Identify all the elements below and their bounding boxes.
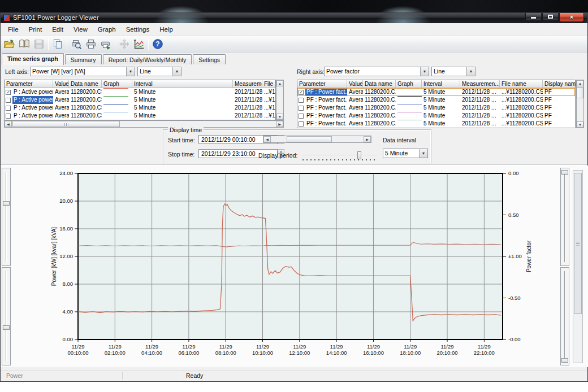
table-row[interactable]: PF : Power fact...Avera...11280200.C...5… (297, 104, 575, 112)
scroll-left-icon[interactable]: ◀ (5, 121, 12, 127)
parameter-cell[interactable]: P : Active power (5, 104, 53, 112)
left-axis-combo[interactable]: Power [W] [var] [VA] ▼ (30, 67, 135, 76)
time-range-thumb[interactable] (287, 136, 332, 142)
slider-thumb[interactable] (561, 358, 568, 363)
parameter-cell[interactable]: P : Active power (5, 96, 53, 104)
row-checkbox[interactable] (6, 98, 11, 103)
tab-time-series-graph[interactable]: Time series graph (2, 53, 64, 65)
row-checkbox[interactable] (299, 114, 304, 119)
table-row[interactable]: P : Active powerAvera...11280200.CSV5 Mi… (5, 112, 275, 120)
copy-button[interactable] (50, 37, 65, 51)
menu-settings[interactable]: Settings (121, 25, 155, 34)
vscroll-thumb[interactable] (574, 173, 582, 314)
row-checkbox[interactable] (299, 121, 304, 127)
table-row[interactable]: P : Active powerAvera...11280200.CSV5 Mi… (5, 104, 275, 112)
chevron-down-icon[interactable]: ▼ (172, 67, 181, 76)
table-row[interactable]: ✓P : Active powerAvera...11280200.CSV5 M… (5, 88, 275, 96)
chevron-down-icon[interactable]: ▼ (126, 67, 135, 76)
menu-print[interactable]: Print (24, 25, 47, 34)
display-period-thumb[interactable] (357, 151, 361, 159)
graph-button[interactable] (132, 37, 146, 51)
row-checkbox[interactable] (299, 98, 304, 103)
left-table-vscrollbar[interactable]: ▲ ▼ (276, 80, 284, 120)
right-axis-combo[interactable]: Power factor ▼ (324, 67, 429, 76)
right-table-vscrollbar[interactable]: ▲ ▼ (576, 80, 584, 128)
right-style-combo[interactable]: Line ▼ (431, 67, 475, 76)
column-header[interactable]: Graph (102, 80, 132, 88)
tab-settings[interactable]: Settings (193, 54, 226, 64)
parameter-cell[interactable]: ✓PF : Power fact... (297, 88, 347, 96)
row-checkbox[interactable] (6, 106, 11, 111)
chart-vscrollbar[interactable] (573, 170, 583, 363)
table-row[interactable]: P : Active powerAvera...11280200.CSV5 Mi… (5, 96, 275, 104)
column-header[interactable]: File n... (262, 80, 275, 88)
hscroll-thumb[interactable] (12, 121, 120, 127)
left-style-combo[interactable]: Line ▼ (137, 67, 181, 76)
data-interval-combo[interactable]: 5 Minute ▼ (383, 149, 428, 158)
parameter-cell[interactable]: PF : Power fact... (297, 112, 347, 120)
row-checkbox[interactable]: ✓ (299, 90, 304, 95)
column-header[interactable]: Display name (543, 80, 576, 88)
row-checkbox[interactable] (299, 106, 304, 111)
column-header[interactable]: Data name (363, 80, 396, 88)
column-header[interactable]: Value (53, 80, 69, 88)
parameter-cell[interactable]: PF : Power fact... (297, 104, 347, 112)
column-header[interactable]: Measuremen... (460, 80, 500, 88)
scroll-left-icon[interactable]: ◀ (263, 136, 271, 142)
column-header[interactable]: Interval (132, 80, 233, 88)
menu-help[interactable]: Help (154, 25, 178, 34)
right-axis-lower-slider[interactable] (560, 267, 569, 365)
open-folder-button[interactable] (2, 37, 17, 51)
time-range-scrollbar[interactable]: ◀ ▶ (263, 136, 371, 143)
tab-report-daily-weekly-monthly[interactable]: Report: Daily/Weekly/Monthly (103, 54, 192, 64)
menu-view[interactable]: View (68, 25, 93, 34)
chevron-down-icon[interactable]: ▼ (419, 149, 427, 158)
column-header[interactable]: Parameter (5, 80, 53, 88)
scroll-down-icon[interactable]: ▼ (577, 121, 583, 128)
slider-thumb[interactable] (3, 201, 10, 206)
display-period-slider[interactable] (302, 155, 377, 156)
print-preview-button[interactable] (69, 37, 84, 51)
title-bar[interactable]: SF1001 Power Logger Viewer × (1, 13, 587, 23)
column-header[interactable]: Interval (422, 80, 460, 88)
chevron-down-icon[interactable]: ▼ (466, 67, 475, 76)
menu-graph[interactable]: Graph (93, 25, 121, 34)
column-header[interactable]: Graph (396, 80, 422, 88)
maximize-button[interactable] (542, 13, 559, 21)
print-button[interactable] (84, 37, 98, 51)
column-header[interactable]: Parameter (297, 80, 347, 88)
menu-edit[interactable]: Edit (47, 25, 68, 34)
menu-file[interactable]: File (3, 25, 24, 34)
table-row[interactable]: PF : Power fact...Avera...11280200.C...5… (297, 120, 575, 128)
right-axis-upper-slider[interactable] (560, 168, 569, 266)
table-row[interactable]: ✓PF : Power fact...Avera...11280200.C...… (297, 88, 575, 96)
parameter-cell[interactable]: PF : Power fact... (297, 120, 347, 128)
parameter-cell[interactable]: P : Active power (5, 112, 53, 120)
row-checkbox[interactable]: ✓ (6, 90, 11, 95)
parameter-cell[interactable]: PF : Power fact... (297, 96, 347, 104)
tab-summary[interactable]: Summary (65, 54, 102, 64)
column-header[interactable]: Data name (69, 80, 102, 88)
left-axis-lower-slider[interactable] (2, 267, 11, 365)
print-setup-button[interactable] (98, 37, 113, 51)
column-header[interactable]: File name (500, 80, 543, 88)
column-header[interactable]: Measuremen... (233, 80, 262, 88)
parameter-cell[interactable]: ✓P : Active power (5, 88, 53, 96)
table-row[interactable]: PF : Power fact...Avera...11280200.C...5… (297, 96, 575, 104)
slider-thumb[interactable] (561, 170, 568, 175)
close-button[interactable]: × (559, 13, 584, 22)
scroll-right-icon[interactable]: ▶ (276, 121, 283, 127)
slider-thumb[interactable] (3, 325, 10, 330)
right-parameter-table[interactable]: ParameterValueData nameGraphIntervalMeas… (297, 80, 576, 128)
scroll-right-icon[interactable]: ▶ (364, 136, 371, 142)
scroll-down-icon[interactable]: ▼ (276, 114, 283, 120)
scroll-up-icon[interactable]: ▲ (577, 80, 583, 86)
vscroll-thumb[interactable] (577, 87, 583, 98)
scroll-up-icon[interactable]: ▲ (276, 80, 283, 86)
row-checkbox[interactable] (6, 114, 11, 119)
column-header[interactable]: Value (347, 80, 363, 88)
help-button[interactable]: ? (150, 37, 165, 51)
chevron-down-icon[interactable]: ▼ (420, 67, 429, 76)
open-book-button[interactable] (17, 37, 32, 51)
left-table-hscrollbar[interactable]: ◀ ▶ (4, 120, 284, 128)
